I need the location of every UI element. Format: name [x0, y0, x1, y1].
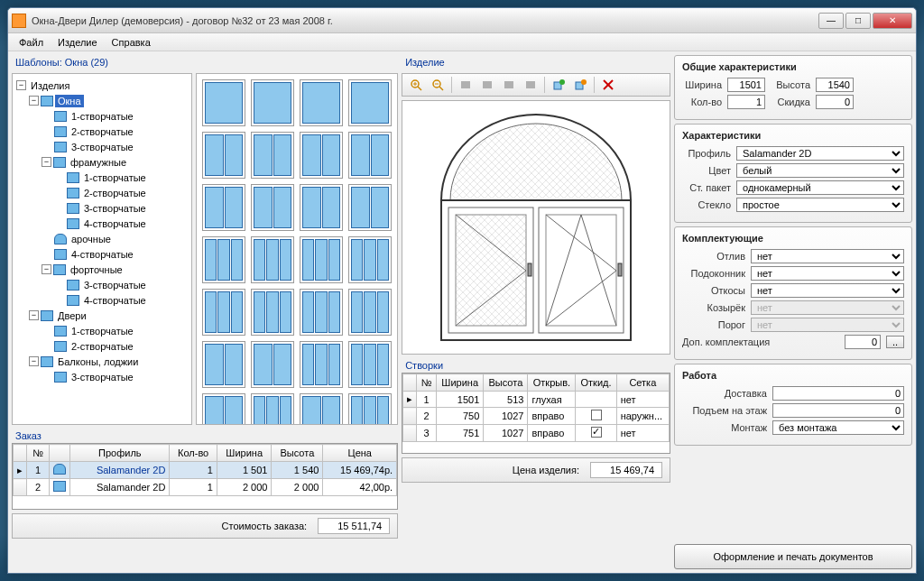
menu-product[interactable]: Изделие: [51, 35, 105, 50]
svg-line-5: [439, 87, 443, 90]
sill-out-select[interactable]: нет: [751, 249, 904, 263]
tree-toggle[interactable]: −: [42, 157, 51, 167]
templates-label: Шаблоны: Окна (29): [12, 55, 398, 69]
delete-button[interactable]: [598, 76, 618, 94]
zoom-out-button[interactable]: [428, 76, 448, 94]
menu-file[interactable]: Файл: [12, 35, 51, 50]
template-thumb[interactable]: [251, 132, 294, 179]
tree-view[interactable]: −Изделия −Окна 1-створчатые 2-створчатые…: [12, 73, 192, 425]
align-button[interactable]: [499, 76, 519, 94]
template-thumb[interactable]: [348, 393, 392, 425]
template-thumb[interactable]: [202, 132, 245, 179]
delivery-input[interactable]: [772, 386, 904, 401]
template-thumb[interactable]: [251, 341, 294, 388]
template-thumb[interactable]: [251, 184, 294, 231]
template-thumb[interactable]: [348, 79, 392, 126]
jambs-select[interactable]: нет: [751, 283, 904, 298]
extra-input[interactable]: [845, 335, 881, 349]
close-button[interactable]: ✕: [873, 13, 912, 29]
tilt-checkbox[interactable]: [591, 410, 602, 420]
order-grid[interactable]: № Профиль Кол-во Ширина Высота Цена ▸ 1: [12, 443, 398, 510]
svg-point-12: [559, 79, 565, 85]
zoom-in-button[interactable]: [406, 76, 426, 94]
template-thumb[interactable]: [300, 184, 343, 231]
template-thumb[interactable]: [348, 236, 392, 283]
template-thumb[interactable]: [202, 79, 245, 126]
tree-toggle[interactable]: −: [16, 80, 26, 90]
menu-help[interactable]: Справка: [105, 35, 158, 50]
tree-toggle[interactable]: −: [42, 264, 51, 274]
print-button[interactable]: Оформление и печать документов: [674, 544, 912, 569]
template-thumb[interactable]: [251, 289, 294, 336]
window-icon: [67, 295, 79, 306]
window-title: Окна-Двери Дилер (демоверсия) - договор …: [32, 15, 818, 26]
order-total-row: Стоимость заказа: 15 511,74: [12, 513, 398, 539]
template-thumb[interactable]: [202, 289, 245, 336]
glass-select[interactable]: простое: [736, 198, 904, 212]
template-thumb[interactable]: [300, 236, 343, 283]
template-thumb[interactable]: [251, 393, 294, 425]
svg-rect-10: [526, 81, 535, 88]
table-row[interactable]: ▸11501513глухаянет: [403, 392, 670, 408]
window-icon: [41, 96, 53, 106]
app-window: Окна-Двери Дилер (демоверсия) - договор …: [7, 7, 917, 574]
window-icon: [67, 172, 79, 183]
template-thumb[interactable]: [348, 184, 392, 231]
template-thumb[interactable]: [300, 79, 343, 126]
template-thumb[interactable]: [251, 236, 294, 283]
visor-select: нет: [751, 300, 904, 315]
template-thumb[interactable]: [300, 341, 343, 388]
template-thumb[interactable]: [202, 236, 245, 283]
template-thumb[interactable]: [300, 289, 343, 336]
table-row[interactable]: 37511027вправонет: [403, 425, 670, 442]
install-select[interactable]: без монтажа: [772, 420, 904, 435]
product-canvas[interactable]: [402, 100, 670, 355]
tilt-checkbox[interactable]: [591, 427, 602, 438]
sashes-grid[interactable]: № Ширина Высота Открыв. Откид. Сетка ▸11…: [402, 373, 670, 454]
door-icon: [54, 326, 67, 337]
minimize-button[interactable]: —: [818, 13, 844, 29]
window-icon: [67, 203, 79, 214]
template-thumb[interactable]: [202, 341, 245, 388]
template-thumb[interactable]: [348, 289, 392, 336]
svg-rect-9: [504, 81, 513, 88]
color-select[interactable]: белый: [736, 163, 904, 178]
tree-toggle[interactable]: −: [29, 310, 39, 320]
titlebar[interactable]: Окна-Двери Дилер (демоверсия) - договор …: [8, 8, 916, 33]
template-thumb[interactable]: [348, 132, 392, 179]
add-button[interactable]: [549, 76, 568, 94]
qty-input[interactable]: [727, 95, 765, 109]
align-button[interactable]: [456, 76, 476, 94]
window-icon: [53, 264, 66, 275]
svg-line-1: [418, 87, 421, 90]
table-row[interactable]: 2 Salamander 2D 1 2 000 2 000 42,00p.: [14, 479, 397, 496]
sill-in-select[interactable]: нет: [751, 266, 904, 281]
template-thumb[interactable]: [300, 393, 343, 425]
template-thumb[interactable]: [251, 79, 294, 126]
template-thumb[interactable]: [202, 393, 245, 425]
align-button[interactable]: [477, 76, 497, 94]
door-icon: [41, 310, 53, 321]
profile-select[interactable]: Salamander 2D: [736, 146, 904, 161]
height-input[interactable]: [816, 78, 854, 92]
maximize-button[interactable]: □: [845, 13, 871, 29]
extra-button[interactable]: ..: [886, 336, 904, 348]
lift-input[interactable]: [772, 403, 904, 418]
template-thumb[interactable]: [202, 184, 245, 231]
glazing-select[interactable]: однокамерный: [736, 180, 904, 195]
template-thumb[interactable]: [348, 341, 392, 388]
menubar: Файл Изделие Справка: [8, 33, 916, 51]
discount-input[interactable]: [816, 95, 854, 109]
template-thumb[interactable]: [300, 132, 343, 179]
template-gallery[interactable]: [196, 73, 398, 425]
tree-toggle[interactable]: −: [29, 96, 39, 106]
width-input[interactable]: [727, 78, 765, 92]
table-row[interactable]: ▸ 1 Salamander 2D 1 1 501 1 540 15 469,7…: [14, 462, 397, 479]
characteristics-group: Характеристики ПрофильSalamander 2D Цвет…: [674, 124, 912, 223]
window-icon: [54, 142, 67, 152]
window-icon: [67, 280, 79, 290]
edit-button[interactable]: [570, 76, 590, 94]
tree-toggle[interactable]: −: [29, 356, 39, 366]
align-button[interactable]: [521, 76, 541, 94]
table-row[interactable]: 27501027вправонаружн...: [403, 408, 670, 425]
